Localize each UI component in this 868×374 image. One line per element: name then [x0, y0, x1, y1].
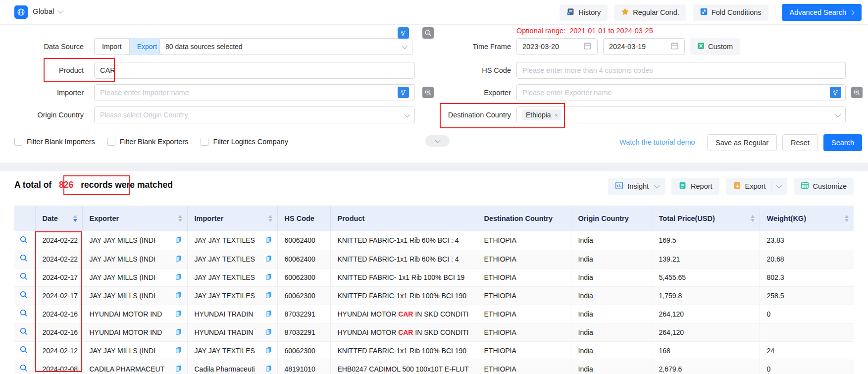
reset-button[interactable]: Reset	[782, 134, 818, 151]
sort-icons	[751, 215, 755, 222]
hs-code-cell: 87032291	[277, 305, 330, 323]
price-cell: 139.21	[652, 250, 760, 268]
date-column-header[interactable]: Date	[35, 206, 82, 231]
insight-button[interactable]: Insight	[608, 178, 665, 195]
save-as-regular-button[interactable]: Save as Regular	[707, 134, 777, 151]
weight-column-header[interactable]: Weight(KG)	[760, 206, 854, 231]
view-detail-button[interactable]	[14, 231, 35, 250]
results-toolbar: Insight Report Export Customize	[608, 178, 854, 195]
chevron-down-icon[interactable]	[776, 183, 781, 188]
region-selector[interactable]: Global	[33, 7, 62, 15]
chevron-down-icon	[835, 112, 841, 117]
import-toggle[interactable]: Import	[94, 38, 130, 55]
view-detail-button[interactable]	[14, 286, 35, 305]
chevron-down-icon	[654, 183, 660, 188]
destination-cell: ETHIOPIA	[477, 360, 571, 374]
data-source-select[interactable]: 80 data sources selected	[159, 38, 412, 55]
translate-icon[interactable]: A	[830, 87, 841, 98]
translate-icon[interactable]: A	[398, 27, 409, 39]
product-input[interactable]	[94, 62, 415, 79]
exporter-input[interactable]	[516, 84, 846, 101]
regular-cond-button[interactable]: Regular Cond.	[614, 4, 686, 21]
product-cell: EHB0247 CADIMOL 500 100x10T E-FLUT	[330, 360, 477, 374]
importer-field[interactable]	[100, 89, 395, 97]
copy-icon[interactable]	[265, 346, 272, 355]
history-button[interactable]: History	[560, 4, 608, 21]
summary-prefix: A total of	[14, 180, 51, 190]
copy-icon[interactable]	[265, 310, 272, 319]
copy-icon[interactable]	[265, 255, 272, 264]
remove-tag-icon[interactable]: ×	[555, 111, 559, 119]
view-detail-button[interactable]	[14, 323, 35, 341]
table-row: 2024-02-22JAY JAY MILLS (INDIJAY JAY TEX…	[14, 250, 854, 268]
destination-country-select[interactable]: Ethiopia ×	[516, 107, 846, 123]
insight-label: Insight	[627, 182, 649, 190]
customize-label: Customize	[813, 182, 847, 190]
view-detail-button[interactable]	[14, 250, 35, 268]
exporter-field[interactable]	[522, 89, 825, 97]
hs-code-field[interactable]	[522, 66, 840, 74]
report-button[interactable]: Report	[671, 178, 719, 195]
view-detail-button[interactable]	[14, 341, 35, 360]
time-frame-start-input[interactable]	[516, 38, 598, 55]
copy-icon[interactable]	[175, 291, 182, 300]
copy-icon[interactable]	[175, 365, 182, 374]
time-frame-end-input[interactable]	[603, 38, 685, 55]
view-detail-button[interactable]	[14, 268, 35, 286]
export-button[interactable]: Export	[726, 178, 787, 195]
copy-icon[interactable]	[175, 328, 182, 337]
table-row: 2024-02-17JAY JAY MILLS (INDIJAY JAY TEX…	[14, 286, 854, 305]
copy-icon[interactable]	[175, 310, 182, 319]
filter-logitics-company-checkbox[interactable]: Filter Logitics Company	[201, 138, 288, 146]
copy-icon[interactable]	[265, 365, 272, 374]
view-detail-button[interactable]	[14, 360, 35, 374]
date-cell: 2024-02-22	[35, 231, 82, 250]
product-cell: KNITTED FABRIC-1x1 Rib 60% BCI : 4	[330, 231, 477, 250]
section-divider	[0, 163, 868, 171]
filter-blank-exporters-checkbox[interactable]: Filter Blank Exporters	[107, 138, 189, 146]
sort-icons	[73, 215, 77, 222]
custom-range-button[interactable]: Custom	[690, 38, 740, 55]
hs-code-input[interactable]	[516, 62, 846, 79]
filter-blank-importers-checkbox[interactable]: Filter Blank Importers	[14, 138, 95, 146]
chevron-down-icon	[435, 137, 440, 143]
copy-icon[interactable]	[265, 328, 272, 337]
exporter-cell: JAY JAY MILLS (INDI	[82, 268, 187, 286]
importer-input[interactable]	[94, 84, 415, 101]
tutorial-demo-link[interactable]: Watch the tutorial demo	[619, 138, 695, 146]
fuzzy-match-icon[interactable]	[422, 27, 434, 39]
advanced-search-button[interactable]: Advanced Search	[782, 4, 862, 21]
copy-icon[interactable]	[265, 236, 272, 245]
copy-icon[interactable]	[175, 346, 182, 355]
customize-button[interactable]: Customize	[794, 178, 854, 195]
checkbox-icon	[107, 138, 115, 146]
destination-country-label: Destination Country	[418, 107, 511, 123]
origin-cell: India	[571, 341, 652, 360]
copy-icon[interactable]	[175, 255, 182, 264]
product-field[interactable]	[100, 66, 395, 74]
copy-icon[interactable]	[265, 291, 272, 300]
fold-conditions-button[interactable]: Fold Conditions	[693, 4, 768, 21]
date-cell: 2024-02-16	[35, 305, 82, 323]
copy-icon[interactable]	[175, 273, 182, 282]
magnifier-icon	[19, 238, 28, 246]
fold-icon	[700, 7, 708, 17]
results-section: A total of 826 records were matched Insi…	[0, 171, 868, 374]
exporter-column-header[interactable]: Exporter	[82, 206, 187, 231]
view-detail-button[interactable]	[14, 305, 35, 323]
search-button[interactable]: Search	[823, 134, 862, 151]
collapse-conditions-button[interactable]	[425, 135, 450, 147]
translate-icon[interactable]: A	[398, 87, 409, 98]
fuzzy-match-icon[interactable]	[851, 87, 863, 98]
price-column-header[interactable]: Total Price(USD)	[652, 206, 760, 231]
divider	[771, 181, 771, 191]
start-date-field[interactable]	[522, 43, 583, 51]
date-cell: 2024-02-12	[35, 341, 82, 360]
chevron-down-icon	[402, 44, 408, 49]
end-date-field[interactable]	[609, 43, 670, 51]
destination-column-header: Destination Country	[477, 206, 571, 231]
origin-country-select[interactable]: Please select Origin Country	[94, 107, 415, 123]
importer-column-header[interactable]: Importer	[187, 206, 277, 231]
copy-icon[interactable]	[175, 236, 182, 245]
copy-icon[interactable]	[265, 273, 272, 282]
